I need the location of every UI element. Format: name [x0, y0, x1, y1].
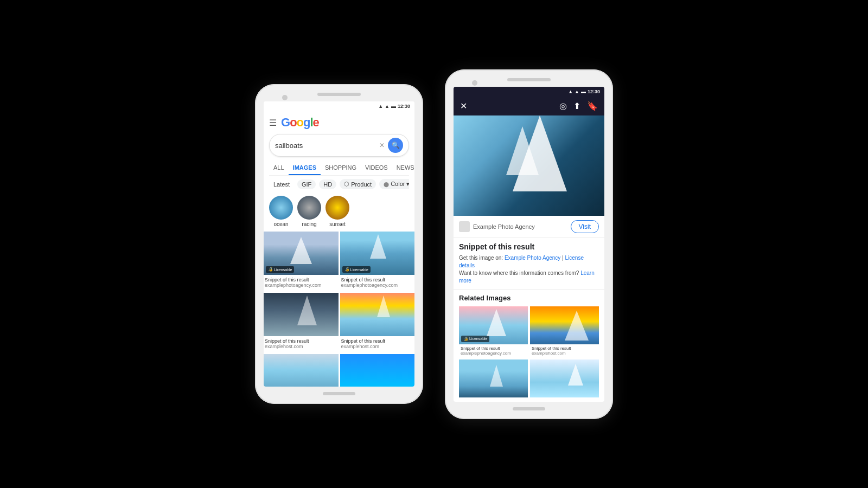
- related-cell-info-2: Snippet of this result examplehost.com: [530, 344, 599, 357]
- signal-icon-2: ▲: [575, 89, 579, 94]
- search-button[interactable]: 🔍: [388, 138, 403, 153]
- search-icon: 🔍: [392, 142, 400, 149]
- image-cell-1[interactable]: 🔏 Licensable Snippet of this result exam…: [264, 232, 339, 291]
- related-img-2: [530, 306, 599, 344]
- image-sail1: 🔏 Licensable: [264, 232, 339, 275]
- snippet-source-link[interactable]: Example Photo Agency: [505, 255, 560, 261]
- tab-images[interactable]: IMAGES: [289, 161, 321, 175]
- status-icons-2: ▲ ▲ ▬ 12:30: [568, 89, 600, 94]
- battery-icon: ▬: [391, 104, 396, 109]
- phone-home-button-1[interactable]: [323, 392, 355, 395]
- licensable-badge-2: 🔏 Licensable: [342, 266, 371, 273]
- filter-product[interactable]: ⬡ Product: [340, 179, 376, 189]
- google-logo: Google: [281, 115, 319, 130]
- related-cell-2[interactable]: Snippet of this result examplehost.com: [530, 306, 599, 357]
- visit-button[interactable]: Visit: [571, 220, 599, 233]
- filter-color[interactable]: ⬤ Color ▾: [379, 179, 409, 189]
- status-bar-2: ▲ ▲ ▬ 12:30: [454, 87, 604, 97]
- snippet-url-1: examplephotoagency.com: [265, 282, 337, 288]
- menu-icon[interactable]: ☰: [269, 118, 277, 128]
- phone-1: ▲ ▲ ▬ 12:30 ☰ Google sailboats ✕: [255, 84, 423, 404]
- category-circle-racing: [297, 196, 321, 220]
- time-1: 12:30: [398, 104, 410, 109]
- tab-news[interactable]: NEWS: [392, 161, 414, 175]
- category-circle-ocean: [269, 196, 293, 220]
- related-img-3: [459, 359, 528, 397]
- category-label-sunset: sunset: [329, 221, 345, 227]
- related-cell-3[interactable]: [459, 359, 528, 397]
- image-cell-4[interactable]: Snippet of this result examplehost.com: [340, 293, 415, 352]
- image-sail5: [264, 354, 339, 387]
- phone-home-button-2[interactable]: [513, 407, 545, 410]
- snippet-title: Snippet of this result: [459, 242, 599, 251]
- related-cell-1[interactable]: 🔏 Licensable Snippet of this result exam…: [459, 306, 528, 357]
- related-url-2: examplehost.com: [532, 351, 597, 356]
- licensable-icon-2: 🔏: [344, 267, 349, 272]
- tab-videos[interactable]: VIDEOS: [361, 161, 392, 175]
- image-sail3: [264, 293, 339, 336]
- related-title: Related Images: [459, 294, 599, 302]
- time-2: 12:30: [588, 89, 600, 94]
- phone-speaker-top-2: [507, 78, 551, 81]
- category-sunset[interactable]: sunset: [326, 196, 349, 227]
- snippet-text-3: Snippet of this result: [265, 337, 337, 344]
- filter-latest[interactable]: Latest: [269, 179, 294, 189]
- snippet-body-1: Get this image on:: [459, 255, 503, 261]
- image-cell-6[interactable]: [340, 354, 415, 387]
- category-ocean[interactable]: ocean: [269, 196, 293, 227]
- image-cell-3[interactable]: Snippet of this result examplehost.com: [264, 293, 339, 352]
- detail-topbar: ✕ ◎ ⬆ 🔖: [454, 97, 604, 115]
- snippet-text-4: Snippet of this result: [341, 337, 414, 344]
- signal-icon: ▲: [385, 104, 390, 109]
- status-icons-1: ▲ ▲ ▬ 12:30: [378, 104, 410, 109]
- phone-1-screen: ▲ ▲ ▬ 12:30 ☰ Google sailboats ✕: [264, 101, 414, 387]
- status-bar-1: ▲ ▲ ▬ 12:30: [264, 101, 414, 111]
- main-sailboat-image: [454, 115, 604, 216]
- snippet-url-2: examplephotoagency.com: [341, 282, 414, 288]
- tab-shopping[interactable]: SHOPPING: [321, 161, 361, 175]
- clear-icon[interactable]: ✕: [379, 142, 385, 149]
- image-sail4: [340, 293, 415, 336]
- share-icon[interactable]: ⬆: [573, 101, 580, 111]
- related-cell-4[interactable]: [530, 359, 599, 397]
- search-input[interactable]: sailboats: [275, 142, 379, 150]
- bookmark-icon[interactable]: 🔖: [587, 101, 598, 111]
- battery-icon-2: ▬: [581, 89, 586, 94]
- image-cell-info-4: Snippet of this result examplehost.com: [340, 336, 415, 352]
- wifi-icon-2: ▲: [568, 89, 573, 94]
- lens-icon[interactable]: ◎: [559, 101, 567, 111]
- filter-gif[interactable]: GIF: [297, 179, 316, 189]
- search-bar[interactable]: sailboats ✕ 🔍: [269, 134, 409, 157]
- related-img-1: 🔏 Licensable: [459, 306, 528, 344]
- filter-hd[interactable]: HD: [319, 179, 336, 189]
- phones-container: ▲ ▲ ▬ 12:30 ☰ Google sailboats ✕: [255, 69, 613, 419]
- menu-search-row: ☰ Google: [269, 115, 409, 130]
- source-row: Example Photo Agency Visit: [454, 216, 604, 238]
- related-grid: 🔏 Licensable Snippet of this result exam…: [459, 306, 599, 397]
- snippet-section: Snippet of this result Get this image on…: [454, 238, 604, 290]
- related-snippet-1: Snippet of this result: [461, 346, 526, 351]
- image-cell-2[interactable]: 🔏 Licensable Snippet of this result exam…: [340, 232, 415, 291]
- phone-speaker-top: [317, 93, 361, 96]
- category-racing[interactable]: racing: [297, 196, 321, 227]
- related-img-4: [530, 359, 599, 397]
- related-cell-info-1: Snippet of this result examplephotoagenc…: [459, 344, 528, 357]
- detail-topbar-icons: ◎ ⬆ 🔖: [559, 101, 598, 111]
- image-sail2: 🔏 Licensable: [340, 232, 415, 275]
- image-grid-1: 🔏 Licensable Snippet of this result exam…: [264, 232, 414, 387]
- licensable-icon-1: 🔏: [268, 267, 273, 272]
- snippet-body: Get this image on: Example Photo Agency …: [459, 254, 599, 285]
- related-section: Related Images 🔏 Licensable Snippet of t…: [454, 290, 604, 402]
- filter-row: Latest GIF HD ⬡ Product ⬤ Color ▾ U...: [269, 176, 409, 192]
- source-logo: [459, 221, 470, 232]
- phone-camera-2: [472, 80, 477, 86]
- color-icon: ⬤: [384, 182, 389, 187]
- category-label-racing: racing: [302, 221, 316, 227]
- image-cell-info-3: Snippet of this result examplehost.com: [264, 336, 339, 352]
- product-icon: ⬡: [344, 181, 349, 188]
- category-label-ocean: ocean: [273, 221, 288, 227]
- tab-all[interactable]: ALL: [269, 161, 289, 175]
- image-cell-5[interactable]: [264, 354, 339, 387]
- related-snippet-2: Snippet of this result: [532, 346, 597, 351]
- close-icon[interactable]: ✕: [460, 101, 467, 111]
